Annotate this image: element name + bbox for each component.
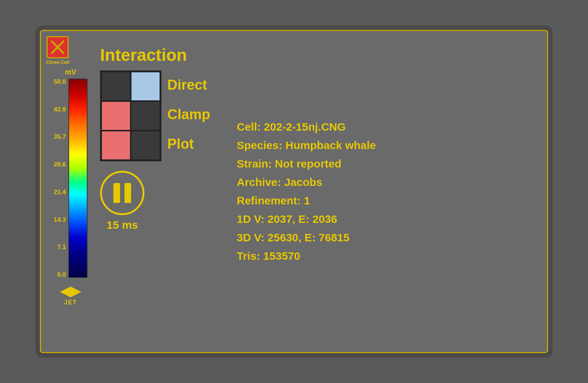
pause-section: 15 ms [100, 171, 144, 231]
cell-info-panel: Cell: 202-2-15nj.CNG Species: Humpback w… [226, 38, 540, 345]
interaction-title: Interaction [100, 46, 187, 65]
interaction-labels: Direct Clamp Plot [167, 70, 210, 159]
pause-bars-icon [113, 183, 131, 203]
colorbar-gradient [68, 79, 88, 278]
clamp-label[interactable]: Clamp [167, 106, 210, 123]
direct-label[interactable]: Direct [167, 77, 210, 94]
plot-label[interactable]: Plot [167, 136, 210, 153]
pause-button[interactable] [100, 171, 144, 215]
grid-cell-0-0[interactable] [101, 72, 131, 101]
cell-refinement: Refinement: 1 [237, 193, 540, 208]
tick-28: 28.6 [54, 161, 66, 168]
cell-archive: Archive: Jacobs [237, 175, 540, 190]
pause-bar-left [113, 183, 120, 203]
pause-bar-right [124, 183, 131, 203]
inner-panel: Close Cell mV 50.0 42.9 35.7 28.6 21.4 1… [40, 30, 548, 353]
tick-35: 35.7 [54, 134, 66, 140]
jet-section: ◀▶ JET [60, 284, 81, 306]
tick-14: 14.3 [54, 217, 66, 223]
grid-cell-2-0[interactable] [101, 131, 131, 160]
grid-cell-1-1[interactable] [131, 101, 160, 131]
x-icon [49, 39, 66, 55]
tick-0: 0.0 [57, 272, 66, 278]
cell-name: Cell: 202-2-15nj.CNG [237, 119, 540, 135]
grid-cell-2-1[interactable] [131, 131, 160, 160]
arrow-icon: ◀▶ [60, 284, 81, 298]
grid-cell-0-1[interactable] [131, 72, 160, 101]
middle-column: Interaction Direct Clamp Plot [100, 38, 218, 345]
colorbar-section: mV 50.0 42.9 35.7 28.6 21.4 14.3 7.1 0.0… [48, 38, 93, 345]
colorbar-container: 50.0 42.9 35.7 28.6 21.4 14.3 7.1 0.0 [54, 79, 87, 278]
colorbar-ticks: 50.0 42.9 35.7 28.6 21.4 14.3 7.1 0.0 [54, 79, 66, 278]
tick-50: 50.0 [54, 79, 66, 85]
jet-label: JET [64, 299, 77, 306]
interaction-grid-row: Direct Clamp Plot [100, 70, 210, 161]
mv-unit-label: mV [65, 68, 76, 76]
tick-21: 21.4 [54, 189, 66, 195]
tick-7: 7.1 [57, 244, 66, 250]
timer-label: 15 ms [106, 219, 138, 231]
cell-3d: 3D V: 25630, E: 76815 [237, 230, 540, 245]
cell-species: Species: Humpback whale [237, 138, 540, 153]
tick-42: 42.9 [54, 106, 66, 113]
grid-cell-1-0[interactable] [101, 101, 131, 131]
interaction-grid [100, 70, 161, 161]
cell-tris: Tris: 153570 [237, 248, 540, 264]
close-cell-icon [47, 36, 69, 58]
cell-strain: Strain: Not reported [237, 156, 540, 172]
outer-frame: Close Cell mV 50.0 42.9 35.7 28.6 21.4 1… [35, 25, 553, 358]
close-cell-button[interactable]: Close Cell [46, 36, 69, 65]
close-cell-label: Close Cell [46, 59, 69, 65]
cell-1d: 1D V: 2037, E: 2036 [237, 211, 540, 227]
